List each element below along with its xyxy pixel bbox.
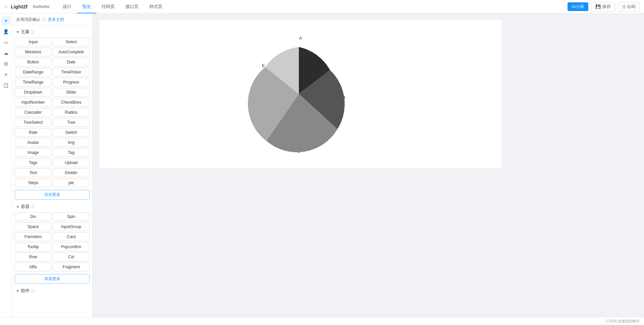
element-pie[interactable]: pie [53,178,90,187]
left-panel-content: ▼ 元素 ⓘ Input Select Mentions AutoComplet… [12,25,92,317]
top-nav: 设计 预览 代码页 接口页 样式页 [57,0,168,13]
element-Button[interactable]: Button [15,58,52,66]
element-Tooltip[interactable]: Tooltip [15,242,52,251]
element-Fragment[interactable]: Fragment [53,263,90,271]
sidebar-icon-list[interactable]: ≡ [1,70,11,79]
pie-chart: A B C D E [247,34,354,154]
svg-text:A: A [299,36,302,41]
element-TimePicker[interactable]: TimePicker [53,68,90,76]
element-DateRange[interactable]: DateRange [15,68,52,76]
element-Rate[interactable]: Rate [15,128,52,137]
more-doc-link[interactable]: 更多文档 [48,17,64,22]
element-Cascader[interactable]: Cascader [15,108,52,117]
nav-preview[interactable]: 预览 [77,0,96,13]
sidebar-icon-cloud[interactable]: ☁ [1,48,11,58]
element-Select[interactable]: Select [53,38,90,46]
topbar: ← Light2f fewfewfw 设计 预览 代码页 接口页 样式页 AI小… [0,0,644,13]
elements-section-header[interactable]: ▼ 元素 ⓘ [12,28,92,36]
element-InputGroup[interactable]: InputGroup [53,222,90,231]
elements-info-icon: ⓘ [31,30,35,35]
ai-button[interactable]: AI小呆 [568,2,588,11]
footer-bar: CSDN @迷路的蜗牛 [0,317,644,325]
nav-style[interactable]: 样式页 [144,0,168,13]
main-canvas[interactable]: A B C D E [93,13,644,317]
element-Tag[interactable]: Tag [53,148,90,157]
sidebar-icon-users[interactable]: 👤 [1,27,11,36]
element-Date[interactable]: Date [53,58,90,66]
element-FormItem[interactable]: FormItem [15,232,52,241]
global-confirm-label: 全局消息确认 [16,17,40,22]
containers-arrow: ▼ [16,205,19,209]
containers-section-header[interactable]: ▼ 容器 ⓘ [12,202,92,211]
nav-api[interactable]: 接口页 [120,0,144,13]
containers-add-more-button[interactable]: 添加更多 [15,274,90,284]
order-button[interactable]: ⟩⟩ 出码 [618,2,640,11]
element-TimeRange[interactable]: TimeRange [15,78,52,87]
element-Col[interactable]: Col [53,253,90,261]
element-Row[interactable]: Row [15,253,52,261]
element-Spin[interactable]: Spin [53,212,90,221]
project-name: fewfewfw [33,4,49,9]
element-Space[interactable]: Space [15,222,52,231]
sidebar-icon-grid[interactable]: ⊞ [1,59,11,68]
save-label: 保存 [602,4,611,10]
sidebar-icon-cursor[interactable]: ✦ [1,16,11,25]
components-arrow: ▼ [16,289,19,293]
element-AutoComplete[interactable]: AutoComplete [53,48,90,56]
components-info-icon: ⓘ [31,288,35,293]
global-confirm-row: 全局消息确认 ⓘ 更多文档 [16,17,88,22]
topbar-right: AI小呆 💾 保存 ⟩⟩ 出码 [568,2,640,11]
element-Tree[interactable]: Tree [53,118,90,127]
main-layout: ✦ 👤 ▭ ☁ ⊞ ≡ 📋 全局消息确认 ⓘ 更多文档 ▼ 元素 ⓘ [0,13,644,317]
element-Card[interactable]: Card [53,232,90,241]
element-CheckBoxs[interactable]: CheckBoxs [53,98,90,107]
left-panel: 全局消息确认 ⓘ 更多文档 ▼ 元素 ⓘ Input Select Mentio… [12,13,93,317]
element-Img[interactable]: Img [53,138,90,147]
white-canvas: A B C D E [99,20,502,168]
element-Dropdown[interactable]: Dropdown [15,88,52,97]
nav-design[interactable]: 设计 [57,0,77,13]
elements-arrow: ▼ [16,30,19,34]
element-Radios[interactable]: Radios [53,108,90,117]
save-button[interactable]: 💾 保存 [591,2,615,11]
element-TreeSelect[interactable]: TreeSelect [15,118,52,127]
element-Input[interactable]: Input [15,38,52,46]
element-Popconfirm[interactable]: Popconfirm [53,242,90,251]
element-Mentions[interactable]: Mentions [15,48,52,56]
containers-grid: Div Spin Space InputGroup FormItem Card … [12,211,92,273]
back-icon[interactable]: ← [4,4,9,9]
containers-section-label: 容器 [21,204,30,210]
element-Image[interactable]: Image [15,148,52,157]
element-Div[interactable]: Div [15,212,52,221]
element-Steps[interactable]: Steps [15,178,52,187]
sidebar-icon-page[interactable]: ▭ [1,38,11,47]
elements-section-label: 元素 [21,29,30,35]
save-icon: 💾 [595,4,601,9]
order-label: 出码 [627,4,636,10]
containers-info-icon: ⓘ [31,204,35,209]
element-Tags[interactable]: Tags [15,158,52,167]
canvas-area: A B C D E [93,13,644,317]
element-Slider[interactable]: Slider [53,88,90,97]
sidebar-icon-book[interactable]: 📋 [1,80,11,90]
info-icon: ⓘ [42,17,46,22]
element-Divider[interactable]: Divider [53,168,90,177]
components-section: ▼ 组件 ⓘ [12,286,92,295]
elements-section: ▼ 元素 ⓘ Input Select Mentions AutoComplet… [12,28,92,201]
logo-area: ← Light2f [4,4,28,9]
components-section-label: 组件 [21,288,30,294]
nav-code[interactable]: 代码页 [96,0,120,13]
containers-section: ▼ 容器 ⓘ Div Spin Space InputGroup FormIte… [12,202,92,285]
element-Upload[interactable]: Upload [53,158,90,167]
element-Progress[interactable]: Progress [53,78,90,87]
element-Affix[interactable]: Affix [15,263,52,271]
icon-sidebar: ✦ 👤 ▭ ☁ ⊞ ≡ 📋 [0,13,12,317]
element-Switch[interactable]: Switch [53,128,90,137]
components-section-header[interactable]: ▼ 组件 ⓘ [12,286,92,295]
element-Text[interactable]: Text [15,168,52,177]
elements-grid: Input Select Mentions AutoComplete Butto… [12,36,92,188]
footer-text: CSDN @迷路的蜗牛 [606,319,640,324]
elements-add-more-button[interactable]: 添加更多 [15,190,90,200]
element-Avatar[interactable]: Avatar [15,138,52,147]
element-InputNumber[interactable]: InputNumber [15,98,52,107]
